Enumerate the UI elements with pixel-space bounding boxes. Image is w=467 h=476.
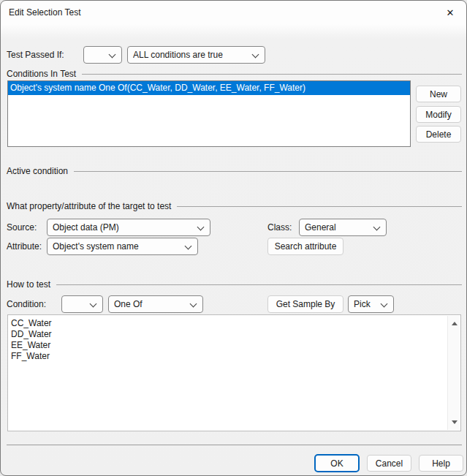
- source-value: Object data (PM): [53, 222, 194, 233]
- class-value: General: [305, 222, 371, 233]
- new-button[interactable]: New: [416, 86, 461, 102]
- chevron-down-icon: [190, 301, 197, 308]
- conditions-group-label: Conditions In Test: [7, 69, 76, 79]
- value-line: CC_Water: [11, 318, 444, 329]
- test-passed-mode-value: ALL conditions are true: [133, 50, 249, 60]
- vertical-scrollbar[interactable]: [447, 316, 460, 430]
- condition-count-dropdown[interactable]: [61, 295, 103, 313]
- values-textarea[interactable]: CC_Water DD_Water EE_Water FF_Water: [7, 314, 461, 431]
- get-sample-by-button[interactable]: Get Sample By: [267, 295, 343, 313]
- class-dropdown[interactable]: General: [299, 219, 387, 236]
- close-icon[interactable]: ✕: [438, 4, 462, 21]
- cancel-button[interactable]: Cancel: [367, 455, 411, 472]
- condition-label: Condition:: [7, 295, 46, 313]
- attribute-label: Attribute:: [7, 238, 42, 255]
- group-divider-line: [82, 74, 462, 75]
- value-line: FF_Water: [11, 351, 444, 362]
- edit-selection-test-dialog: Edit Selection Test ✕ Test Passed If: AL…: [0, 0, 467, 476]
- test-passed-mode-dropdown[interactable]: ALL conditions are true: [127, 46, 265, 64]
- test-passed-count-dropdown[interactable]: [83, 46, 122, 64]
- chevron-down-icon: [90, 301, 97, 308]
- delete-button[interactable]: Delete: [416, 126, 461, 143]
- active-condition-header: Active condition: [7, 166, 462, 176]
- scroll-up-icon: [452, 322, 457, 325]
- scroll-down-icon: [452, 420, 457, 424]
- chevron-down-icon: [185, 243, 192, 250]
- value-line: DD_Water: [11, 329, 444, 340]
- chevron-down-icon: [197, 224, 205, 231]
- condition-list-item[interactable]: Object's system name One Of(CC_Water, DD…: [8, 81, 410, 95]
- conditions-group-header: Conditions In Test: [7, 69, 462, 79]
- scroll-down-button[interactable]: [448, 416, 460, 428]
- scroll-up-button[interactable]: [448, 317, 460, 330]
- operator-value: One Of: [114, 299, 187, 309]
- chevron-down-icon: [109, 51, 116, 58]
- help-button[interactable]: Help: [419, 455, 463, 472]
- group-divider-line: [56, 284, 462, 285]
- titlebar: Edit Selection Test ✕: [1, 1, 466, 24]
- test-passed-if-label: Test Passed If:: [7, 46, 64, 64]
- property-group-header: What property/attribute of the target to…: [7, 201, 462, 211]
- ok-button[interactable]: OK: [314, 454, 360, 472]
- attribute-value: Object's system name: [53, 241, 182, 252]
- how-to-test-header: How to test: [7, 279, 462, 290]
- values-content: CC_Water DD_Water EE_Water FF_Water: [11, 318, 444, 362]
- footer-divider: [7, 445, 462, 445]
- source-dropdown[interactable]: Object data (PM): [47, 219, 210, 236]
- value-line: EE_Water: [11, 340, 444, 351]
- operator-dropdown[interactable]: One Of: [108, 295, 203, 313]
- modify-button[interactable]: Modify: [416, 106, 461, 123]
- attribute-dropdown[interactable]: Object's system name: [47, 238, 198, 255]
- pick-dropdown[interactable]: Pick: [348, 295, 394, 313]
- search-attribute-button[interactable]: Search attribute: [267, 238, 343, 255]
- group-divider-line: [177, 206, 462, 207]
- group-divider-line: [74, 171, 462, 172]
- chevron-down-icon: [373, 224, 381, 231]
- chevron-down-icon: [381, 301, 388, 308]
- active-condition-label: Active condition: [7, 166, 68, 176]
- class-label: Class:: [267, 219, 292, 236]
- source-label: Source:: [7, 219, 37, 236]
- how-to-test-label: How to test: [7, 279, 50, 290]
- property-group-label: What property/attribute of the target to…: [7, 201, 171, 211]
- conditions-listbox[interactable]: Object's system name One Of(CC_Water, DD…: [7, 80, 411, 147]
- dialog-title: Edit Selection Test: [9, 7, 81, 18]
- pick-value: Pick: [354, 299, 378, 309]
- chevron-down-icon: [252, 51, 259, 58]
